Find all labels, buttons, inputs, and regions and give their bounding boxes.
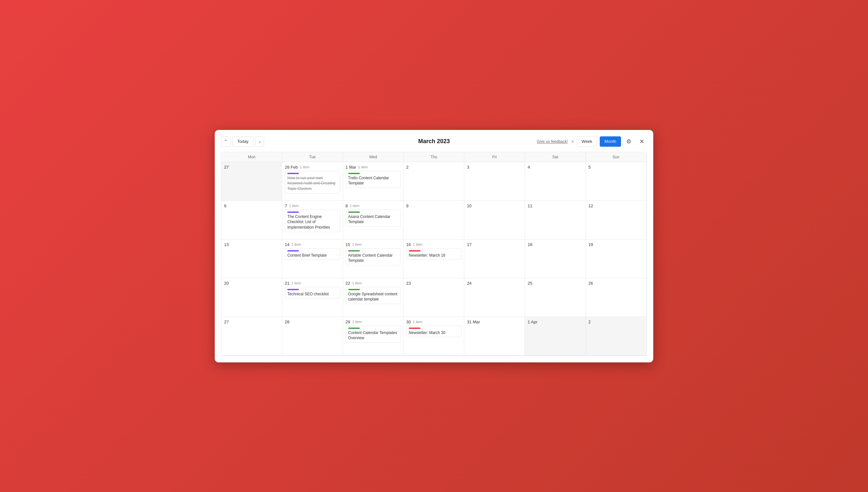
event-card[interactable]: Newsletter: March 16 <box>406 248 462 260</box>
event-bar <box>287 212 299 213</box>
feedback-close-icon[interactable]: ✕ <box>571 139 574 144</box>
event-card[interactable]: Trello Content Calendar Template <box>346 171 401 188</box>
day-cell[interactable]: 12 <box>586 201 646 240</box>
day-cell[interactable]: 161 itemNewsletter: March 16 <box>404 240 464 278</box>
item-count: 1 item <box>352 281 362 285</box>
item-count: 1 item <box>350 204 359 207</box>
event-title: Airtable Content Calendar Template <box>348 253 398 264</box>
event-title: Trello Content Calendar Template <box>348 175 398 186</box>
day-cell[interactable]: 23 <box>404 278 464 317</box>
header-left: ⌃ Today ⌄ <box>221 137 264 147</box>
day-number: 26 <box>589 281 644 286</box>
day-cell[interactable]: 11 <box>525 201 586 240</box>
day-number: 20 <box>224 281 279 286</box>
day-cell[interactable]: 1 Apr <box>525 317 586 355</box>
event-bar <box>287 173 299 174</box>
day-cell[interactable]: 81 itemAsana Content Calendar Template <box>343 201 404 240</box>
day-cell[interactable]: 27 <box>222 317 282 355</box>
day-cell[interactable]: 71 itemThe Content Engine Checklist: Lis… <box>282 201 343 240</box>
day-number: 27 <box>224 165 279 170</box>
day-number: 5 <box>589 165 644 170</box>
day-cell[interactable]: 26 <box>586 278 646 317</box>
day-header-fri: Fri <box>464 152 525 162</box>
day-number: 211 item <box>285 281 340 286</box>
settings-icon[interactable]: ⚙ <box>624 137 634 147</box>
event-card[interactable]: Content Calendar Templates Overview <box>346 326 401 343</box>
day-cell[interactable]: 1 Mar1 itemTrello Content Calendar Templ… <box>343 162 404 201</box>
day-cell[interactable]: 28 <box>282 317 343 355</box>
day-cell[interactable]: 10 <box>464 201 525 240</box>
day-cell[interactable]: 141 itemContent Brief Template <box>282 240 343 278</box>
day-number: 13 <box>224 242 279 247</box>
day-number: 28 <box>285 320 340 324</box>
day-number: 3 <box>467 165 522 170</box>
event-bar <box>409 327 420 329</box>
day-cell[interactable]: 301 itemNewsletter: March 30 <box>404 317 464 355</box>
day-cell[interactable]: 2 <box>586 317 646 355</box>
calendar-title: March 2023 <box>418 138 450 145</box>
day-number: 25 <box>527 281 582 286</box>
event-card[interactable]: Content Brief Template <box>285 248 340 260</box>
day-cell[interactable]: 151 itemAirtable Content Calendar Templa… <box>343 240 404 278</box>
day-number: 31 Mar <box>467 320 522 324</box>
day-number: 71 item <box>285 203 340 208</box>
day-number: 141 item <box>285 242 340 247</box>
today-button[interactable]: Today <box>232 137 253 147</box>
event-title: Newsletter: March 16 <box>409 253 459 258</box>
day-cell[interactable]: 17 <box>464 240 525 278</box>
day-header-sat: Sat <box>525 152 586 162</box>
day-cell[interactable]: 211 itemTechnical SEO checklist <box>282 278 343 317</box>
day-number: 24 <box>467 281 522 286</box>
day-header-wed: Wed <box>343 152 404 162</box>
header-right: Give us feedback! ✕ Week Month ⚙ ✕ <box>537 137 647 147</box>
day-cell[interactable]: 291 itemContent Calendar Templates Overv… <box>343 317 404 355</box>
day-cell[interactable]: 28 Feb1 itemHow to run your own Keyword … <box>282 162 343 201</box>
event-title: Google Spreadsheet content calendar temp… <box>348 292 398 302</box>
event-title: Asana Content Calendar Template <box>348 214 398 225</box>
event-card[interactable]: How to run your own Keyword Audit and Cr… <box>285 171 340 193</box>
event-title: The Content Engine Checklist: List of Im… <box>287 214 337 230</box>
day-cell[interactable]: 24 <box>464 278 525 317</box>
day-cell[interactable]: 9 <box>404 201 464 240</box>
item-count: 1 item <box>292 243 301 246</box>
day-cell[interactable]: 5 <box>586 162 646 201</box>
day-number: 10 <box>467 203 522 208</box>
day-cell[interactable]: 20 <box>222 278 282 317</box>
nav-up-button[interactable]: ⌃ <box>221 137 230 147</box>
day-cell[interactable]: 221 itemGoogle Spreadsheet content calen… <box>343 278 404 317</box>
event-bar <box>287 289 299 290</box>
day-cell[interactable]: 6 <box>222 201 282 240</box>
day-number: 81 item <box>346 203 401 208</box>
feedback-link[interactable]: Give us feedback! <box>537 139 568 144</box>
event-card[interactable]: Asana Content Calendar Template <box>346 210 401 227</box>
day-number: 1 Mar1 item <box>346 165 401 170</box>
chevron-down-button[interactable]: ⌄ <box>255 137 264 147</box>
week-view-button[interactable]: Week <box>577 137 597 147</box>
item-count: 1 item <box>289 204 299 207</box>
event-bar <box>348 289 360 290</box>
month-view-button[interactable]: Month <box>600 137 621 147</box>
event-card[interactable]: Technical SEO checklist <box>285 287 340 299</box>
day-cell[interactable]: 4 <box>525 162 586 201</box>
day-cell[interactable]: 13 <box>222 240 282 278</box>
day-number: 27 <box>224 320 279 324</box>
event-title: Technical SEO checklist <box>287 292 337 297</box>
day-cell[interactable]: 19 <box>586 240 646 278</box>
item-count: 1 item <box>352 243 362 246</box>
day-cell[interactable]: 2 <box>404 162 464 201</box>
event-bar <box>348 327 360 329</box>
event-card[interactable]: Google Spreadsheet content calendar temp… <box>346 287 401 304</box>
close-icon[interactable]: ✕ <box>637 137 647 147</box>
day-cell[interactable]: 25 <box>525 278 586 317</box>
day-cell[interactable]: 31 Mar <box>464 317 525 355</box>
day-number: 1 Apr <box>527 320 582 324</box>
event-card[interactable]: Newsletter: March 30 <box>406 326 462 338</box>
event-card[interactable]: Airtable Content Calendar Template <box>346 248 401 266</box>
calendar-grid: MonTueWedThuFriSatSun2728 Feb1 itemHow t… <box>221 152 647 356</box>
day-cell[interactable]: 18 <box>525 240 586 278</box>
day-cell[interactable]: 3 <box>464 162 525 201</box>
day-cell[interactable]: 27 <box>222 162 282 201</box>
day-number: 23 <box>406 281 462 286</box>
event-card[interactable]: The Content Engine Checklist: List of Im… <box>285 210 340 232</box>
day-number: 6 <box>224 203 279 208</box>
